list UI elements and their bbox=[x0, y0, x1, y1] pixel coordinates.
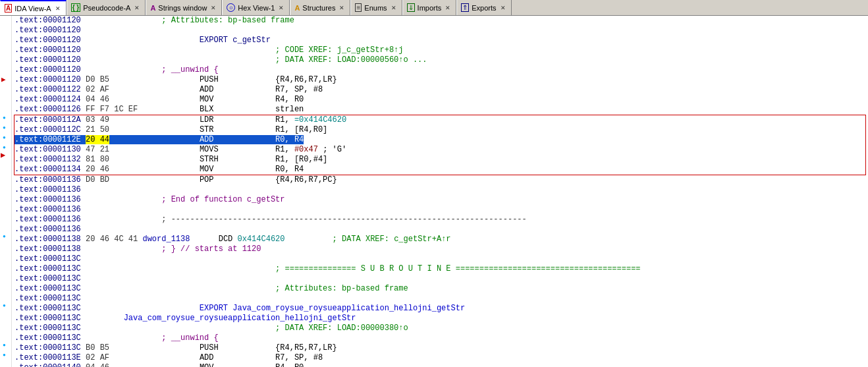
tab-close-strings[interactable]: ✕ bbox=[209, 4, 217, 12]
tab-close-struct[interactable]: ✕ bbox=[338, 4, 346, 12]
app-window: A IDA View-A ✕ { } Pseudocode-A ✕ A Stri… bbox=[0, 0, 868, 367]
code-view[interactable]: .text:00001120 ; Attributes: bp-based fr… bbox=[0, 16, 868, 367]
code-pre: .text:00001120 ; Attributes: bp-based fr… bbox=[14, 16, 868, 115]
tab-icon-struct: A bbox=[294, 4, 300, 12]
gutter bbox=[0, 16, 12, 367]
tab-enums[interactable]: ≡ Enums ✕ bbox=[350, 0, 402, 15]
tab-label-ida: IDA View-A bbox=[14, 5, 51, 13]
tab-strings-window[interactable]: A Strings window ✕ bbox=[146, 0, 222, 15]
code-pre-2: .text:00001136 D0 BD POP {R4,R6,R7,PC} .… bbox=[14, 175, 868, 367]
code-content[interactable]: .text:00001120 ; Attributes: bp-based fr… bbox=[12, 16, 868, 367]
tab-bar: A IDA View-A ✕ { } Pseudocode-A ✕ A Stri… bbox=[0, 0, 868, 16]
tab-imports[interactable]: ⇓ Imports ✕ bbox=[402, 0, 457, 15]
tab-icon-strings: A bbox=[150, 4, 155, 12]
tab-label-strings: Strings window bbox=[158, 4, 207, 12]
tab-label-hex: Hex View-1 bbox=[238, 4, 275, 12]
arrow-icon: ▶ bbox=[1, 150, 5, 160]
tab-close-imports[interactable]: ✕ bbox=[444, 4, 452, 12]
tab-label-pseudo: Pseudocode-A bbox=[83, 4, 130, 12]
tab-close-enums[interactable]: ✕ bbox=[390, 4, 398, 12]
tab-icon-exports: ⇑ bbox=[461, 3, 469, 12]
arrow-overlay: ▶ bbox=[0, 75, 12, 85]
tab-close-hex[interactable]: ✕ bbox=[277, 4, 285, 12]
tab-hex-view[interactable]: ○ Hex View-1 ✕ bbox=[222, 0, 290, 15]
tab-label-enums: Enums bbox=[364, 4, 387, 12]
boxed-region: .text:0000112A 03 49 LDR R1, =0x414C4620… bbox=[14, 115, 866, 175]
tab-icon-hex: ○ bbox=[227, 3, 235, 12]
tab-icon-ida: A bbox=[5, 4, 12, 13]
tab-icon-imports: ⇓ bbox=[407, 3, 415, 12]
tab-label-imports: Imports bbox=[418, 4, 442, 12]
tab-close-exports[interactable]: ✕ bbox=[499, 4, 507, 12]
tab-ida-view-a[interactable]: A IDA View-A ✕ bbox=[0, 0, 67, 15]
tab-structures[interactable]: A Structures ✕ bbox=[290, 0, 350, 15]
tab-icon-pseudo: { } bbox=[71, 3, 81, 12]
tab-label-struct: Structures bbox=[302, 4, 335, 12]
boxed-pre: .text:0000112A 03 49 LDR R1, =0x414C4620… bbox=[14, 115, 865, 175]
tab-icon-enums: ≡ bbox=[355, 3, 362, 12]
tab-exports[interactable]: ⇑ Exports ✕ bbox=[456, 0, 511, 15]
tab-label-exports: Exports bbox=[472, 4, 496, 12]
tab-pseudocode-a[interactable]: { } Pseudocode-A ✕ bbox=[67, 0, 146, 15]
tab-close-pseudo[interactable]: ✕ bbox=[133, 4, 141, 12]
tab-close-ida[interactable]: ✕ bbox=[54, 5, 62, 13]
